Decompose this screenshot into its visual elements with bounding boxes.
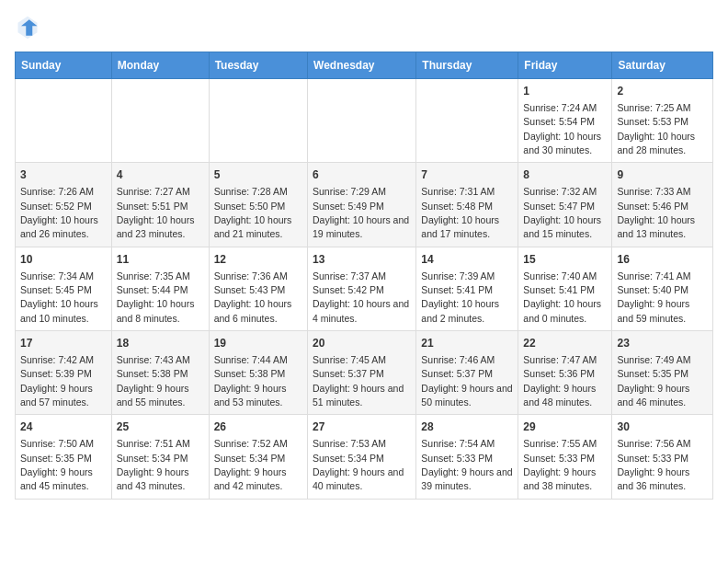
day-number: 24 [20, 419, 107, 435]
day-header-wednesday: Wednesday [308, 52, 416, 79]
day-info: Sunrise: 7:28 AM Sunset: 5:50 PM Dayligh… [214, 186, 292, 239]
day-cell [16, 79, 112, 163]
day-number: 11 [117, 252, 204, 268]
logo [15, 15, 44, 40]
day-number: 18 [117, 336, 204, 351]
day-info: Sunrise: 7:49 AM Sunset: 5:35 PM Dayligh… [617, 354, 690, 408]
day-number: 10 [20, 252, 107, 268]
day-cell: 16Sunrise: 7:41 AM Sunset: 5:40 PM Dayli… [612, 247, 713, 330]
week-row-4: 17Sunrise: 7:42 AM Sunset: 5:39 PM Dayli… [16, 331, 713, 415]
day-info: Sunrise: 7:32 AM Sunset: 5:47 PM Dayligh… [523, 186, 601, 239]
day-number: 7 [421, 167, 513, 183]
day-number: 9 [617, 167, 708, 183]
day-number: 26 [214, 419, 302, 435]
day-number: 19 [214, 336, 302, 351]
day-info: Sunrise: 7:24 AM Sunset: 5:54 PM Dayligh… [523, 102, 601, 155]
day-number: 20 [313, 336, 411, 351]
day-cell: 3Sunrise: 7:26 AM Sunset: 5:52 PM Daylig… [16, 163, 112, 247]
day-info: Sunrise: 7:26 AM Sunset: 5:52 PM Dayligh… [20, 186, 98, 239]
day-cell: 24Sunrise: 7:50 AM Sunset: 5:35 PM Dayli… [16, 415, 112, 499]
calendar-table: SundayMondayTuesdayWednesdayThursdayFrid… [15, 52, 713, 500]
day-number: 1 [523, 84, 607, 99]
day-cell: 1Sunrise: 7:24 AM Sunset: 5:54 PM Daylig… [518, 79, 612, 163]
day-number: 8 [523, 167, 607, 183]
day-number: 25 [117, 419, 204, 435]
day-header-saturday: Saturday [612, 52, 713, 79]
logo-icon [15, 15, 40, 40]
day-number: 21 [421, 336, 513, 351]
day-info: Sunrise: 7:51 AM Sunset: 5:34 PM Dayligh… [117, 438, 190, 491]
day-number: 29 [523, 419, 607, 435]
day-cell: 22Sunrise: 7:47 AM Sunset: 5:36 PM Dayli… [518, 331, 612, 415]
day-cell: 11Sunrise: 7:35 AM Sunset: 5:44 PM Dayli… [111, 247, 209, 330]
header-row: SundayMondayTuesdayWednesdayThursdayFrid… [16, 52, 713, 79]
day-info: Sunrise: 7:45 AM Sunset: 5:37 PM Dayligh… [313, 354, 404, 408]
day-number: 22 [523, 336, 607, 351]
day-number: 16 [617, 252, 708, 268]
day-info: Sunrise: 7:42 AM Sunset: 5:39 PM Dayligh… [20, 354, 94, 408]
day-cell: 4Sunrise: 7:27 AM Sunset: 5:51 PM Daylig… [111, 163, 209, 247]
day-info: Sunrise: 7:54 AM Sunset: 5:33 PM Dayligh… [421, 438, 512, 491]
day-info: Sunrise: 7:52 AM Sunset: 5:34 PM Dayligh… [214, 438, 288, 491]
day-cell: 23Sunrise: 7:49 AM Sunset: 5:35 PM Dayli… [612, 331, 713, 415]
day-info: Sunrise: 7:53 AM Sunset: 5:34 PM Dayligh… [313, 438, 404, 491]
day-cell [209, 79, 307, 163]
day-cell: 14Sunrise: 7:39 AM Sunset: 5:41 PM Dayli… [416, 247, 518, 330]
day-cell: 26Sunrise: 7:52 AM Sunset: 5:34 PM Dayli… [209, 415, 307, 499]
day-number: 13 [313, 252, 411, 268]
day-info: Sunrise: 7:47 AM Sunset: 5:36 PM Dayligh… [523, 354, 597, 408]
day-number: 30 [617, 419, 708, 435]
day-number: 5 [214, 167, 302, 183]
day-number: 3 [20, 167, 107, 183]
day-cell: 9Sunrise: 7:33 AM Sunset: 5:46 PM Daylig… [612, 163, 713, 247]
day-cell: 19Sunrise: 7:44 AM Sunset: 5:38 PM Dayli… [209, 331, 307, 415]
day-cell: 2Sunrise: 7:25 AM Sunset: 5:53 PM Daylig… [612, 79, 713, 163]
day-info: Sunrise: 7:31 AM Sunset: 5:48 PM Dayligh… [421, 186, 499, 239]
header [15, 15, 713, 40]
week-row-2: 3Sunrise: 7:26 AM Sunset: 5:52 PM Daylig… [16, 163, 713, 247]
day-cell: 15Sunrise: 7:40 AM Sunset: 5:41 PM Dayli… [518, 247, 612, 330]
day-info: Sunrise: 7:35 AM Sunset: 5:44 PM Dayligh… [117, 270, 195, 324]
day-info: Sunrise: 7:33 AM Sunset: 5:46 PM Dayligh… [617, 186, 695, 239]
day-header-monday: Monday [111, 52, 209, 79]
day-header-friday: Friday [518, 52, 612, 79]
day-cell: 5Sunrise: 7:28 AM Sunset: 5:50 PM Daylig… [209, 163, 307, 247]
day-cell: 29Sunrise: 7:55 AM Sunset: 5:33 PM Dayli… [518, 415, 612, 499]
day-info: Sunrise: 7:34 AM Sunset: 5:45 PM Dayligh… [20, 270, 98, 324]
week-row-5: 24Sunrise: 7:50 AM Sunset: 5:35 PM Dayli… [16, 415, 713, 499]
day-info: Sunrise: 7:50 AM Sunset: 5:35 PM Dayligh… [20, 438, 94, 491]
day-number: 15 [523, 252, 607, 268]
day-info: Sunrise: 7:41 AM Sunset: 5:40 PM Dayligh… [617, 270, 690, 324]
day-cell: 18Sunrise: 7:43 AM Sunset: 5:38 PM Dayli… [111, 331, 209, 415]
day-number: 12 [214, 252, 302, 268]
day-info: Sunrise: 7:36 AM Sunset: 5:43 PM Dayligh… [214, 270, 292, 324]
day-number: 4 [117, 167, 204, 183]
day-cell [308, 79, 416, 163]
day-cell: 8Sunrise: 7:32 AM Sunset: 5:47 PM Daylig… [518, 163, 612, 247]
day-info: Sunrise: 7:43 AM Sunset: 5:38 PM Dayligh… [117, 354, 190, 408]
day-info: Sunrise: 7:37 AM Sunset: 5:42 PM Dayligh… [313, 270, 409, 324]
week-row-3: 10Sunrise: 7:34 AM Sunset: 5:45 PM Dayli… [16, 247, 713, 330]
day-info: Sunrise: 7:27 AM Sunset: 5:51 PM Dayligh… [117, 186, 195, 239]
day-number: 17 [20, 336, 107, 351]
day-cell: 7Sunrise: 7:31 AM Sunset: 5:48 PM Daylig… [416, 163, 518, 247]
day-cell: 10Sunrise: 7:34 AM Sunset: 5:45 PM Dayli… [16, 247, 112, 330]
day-info: Sunrise: 7:39 AM Sunset: 5:41 PM Dayligh… [421, 270, 499, 324]
day-number: 28 [421, 419, 513, 435]
day-info: Sunrise: 7:56 AM Sunset: 5:33 PM Dayligh… [617, 438, 690, 491]
day-cell: 12Sunrise: 7:36 AM Sunset: 5:43 PM Dayli… [209, 247, 307, 330]
day-number: 14 [421, 252, 513, 268]
day-header-tuesday: Tuesday [209, 52, 307, 79]
day-info: Sunrise: 7:44 AM Sunset: 5:38 PM Dayligh… [214, 354, 288, 408]
day-cell: 25Sunrise: 7:51 AM Sunset: 5:34 PM Dayli… [111, 415, 209, 499]
day-number: 23 [617, 336, 708, 351]
day-number: 6 [313, 167, 411, 183]
day-number: 2 [617, 84, 708, 99]
day-header-sunday: Sunday [16, 52, 112, 79]
day-cell: 30Sunrise: 7:56 AM Sunset: 5:33 PM Dayli… [612, 415, 713, 499]
day-cell: 28Sunrise: 7:54 AM Sunset: 5:33 PM Dayli… [416, 415, 518, 499]
day-cell: 21Sunrise: 7:46 AM Sunset: 5:37 PM Dayli… [416, 331, 518, 415]
day-cell: 13Sunrise: 7:37 AM Sunset: 5:42 PM Dayli… [308, 247, 416, 330]
day-info: Sunrise: 7:46 AM Sunset: 5:37 PM Dayligh… [421, 354, 512, 408]
day-cell: 6Sunrise: 7:29 AM Sunset: 5:49 PM Daylig… [308, 163, 416, 247]
